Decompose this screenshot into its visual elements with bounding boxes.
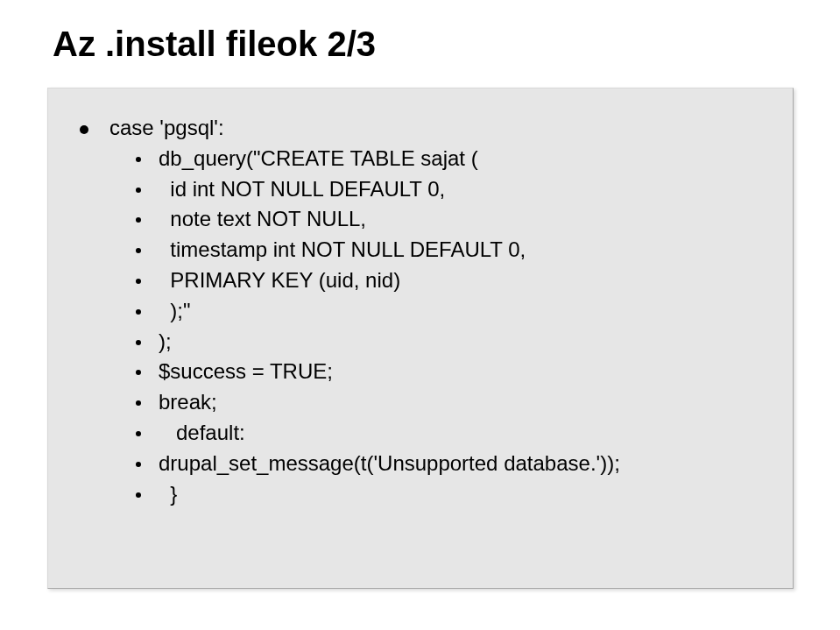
code-line: db_query("CREATE TABLE sajat ( [159, 144, 478, 174]
code-line: $success = TRUE; [159, 357, 333, 387]
sub-item: timestamp int NOT NULL DEFAULT 0, [80, 235, 761, 265]
sub-bullet-dot-icon [136, 431, 141, 436]
code-line: drupal_set_message(t('Unsupported databa… [159, 449, 620, 479]
sub-item: PRIMARY KEY (uid, nid) [80, 265, 761, 296]
sub-bullet-dot-icon [136, 309, 141, 315]
sub-bullet-dot-icon [136, 400, 141, 406]
sub-item: db_query("CREATE TABLE sajat ( [80, 144, 761, 174]
sub-bullet-dot-icon [136, 492, 141, 498]
content-box: case 'pgsql': db_query("CREATE TABLE saj… [47, 88, 794, 589]
sub-bullet-dot-icon [136, 462, 141, 467]
bullet-dot-icon [80, 125, 88, 134]
sub-item: break; [80, 387, 761, 418]
sub-bullet-dot-icon [136, 157, 141, 162]
slide-page: Az .install fileok 2/3 case 'pgsql': db_… [0, 0, 840, 630]
sub-bullet-dot-icon [136, 340, 141, 345]
code-line: PRIMARY KEY (uid, nid) [159, 265, 400, 296]
sub-bullet-dot-icon [136, 188, 141, 193]
sub-bullet-dot-icon [136, 217, 141, 223]
code-line: break; [159, 387, 217, 418]
sub-bullet-dot-icon [136, 279, 141, 284]
sub-bullet-dot-icon [136, 248, 141, 253]
code-line: ); [159, 327, 172, 357]
code-line: id int NOT NULL DEFAULT 0, [159, 174, 445, 205]
code-line: note text NOT NULL, [159, 204, 366, 235]
code-line: default: [159, 418, 245, 449]
code-line: );" [159, 296, 191, 327]
sub-bullet-dot-icon [136, 370, 141, 375]
slide-title: Az .install fileok 2/3 [53, 25, 376, 64]
bullet-item: case 'pgsql': [80, 113, 761, 144]
sub-item: ); [80, 327, 761, 357]
code-line: } [159, 479, 177, 510]
code-line: timestamp int NOT NULL DEFAULT 0, [159, 235, 526, 265]
sub-item: drupal_set_message(t('Unsupported databa… [80, 449, 761, 479]
sub-item: );" [80, 296, 761, 327]
code-line: case 'pgsql': [109, 113, 224, 144]
sub-item: note text NOT NULL, [80, 204, 761, 235]
bullet-list: case 'pgsql': db_query("CREATE TABLE saj… [48, 88, 793, 509]
sub-item: default: [80, 418, 761, 449]
sub-item: $success = TRUE; [80, 357, 761, 387]
sub-item: id int NOT NULL DEFAULT 0, [80, 174, 761, 205]
sub-item: } [80, 479, 761, 510]
